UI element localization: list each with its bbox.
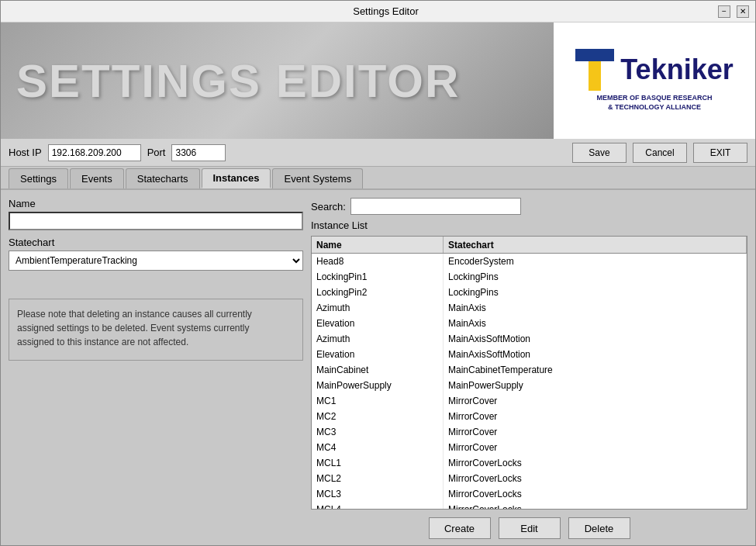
row-statechart: MainCabinetTemperature <box>444 362 747 378</box>
delete-button[interactable]: Delete <box>568 517 630 539</box>
row-name: MC2 <box>312 409 444 424</box>
logo-subtitle: MEMBER OF BASQUE RESEARCH& TECHNOLOGY AL… <box>596 94 712 112</box>
table-row[interactable]: MC4MirrorCover <box>312 440 747 455</box>
tab-events[interactable]: Events <box>70 168 124 188</box>
name-input[interactable] <box>9 212 303 230</box>
edit-button[interactable]: Edit <box>499 517 561 539</box>
row-statechart: EncoderSystem <box>444 254 747 269</box>
table-row[interactable]: MC1MirrorCover <box>312 393 747 409</box>
main-content: Name Statechart AmbientTemperatureTracki… <box>1 190 755 546</box>
tab-statecharts[interactable]: Statecharts <box>126 168 200 188</box>
row-name: Azimuth <box>312 300 444 316</box>
minimize-button[interactable]: − <box>718 5 730 18</box>
cancel-button[interactable]: Cancel <box>633 143 687 163</box>
row-name: LockingPin1 <box>312 269 444 285</box>
table-row[interactable]: AzimuthMainAxis <box>312 300 747 316</box>
header-text-area: SETTINGS EDITOR <box>1 22 554 139</box>
row-statechart: MirrorCover <box>444 409 747 424</box>
row-name: MCL3 <box>312 486 444 502</box>
row-statechart: MainPowerSupply <box>444 378 747 393</box>
row-name: MC1 <box>312 393 444 409</box>
t-horizontal <box>575 49 614 61</box>
window-controls: − ✕ <box>718 5 749 18</box>
tab-settings[interactable]: Settings <box>9 168 68 188</box>
row-name: Elevation <box>312 347 444 362</box>
logo-name: Tekniker <box>620 54 733 86</box>
statechart-group: Statechart AmbientTemperatureTracking En… <box>9 237 303 271</box>
close-button[interactable]: ✕ <box>737 5 749 18</box>
row-statechart: LockingPins <box>444 269 747 285</box>
table-row[interactable]: Head8EncoderSystem <box>312 254 747 269</box>
host-ip-label: Host IP <box>9 147 42 158</box>
tabs-row: Settings Events Statecharts Instances Ev… <box>1 167 755 190</box>
host-ip-input[interactable] <box>48 144 141 161</box>
table-header: Name Statechart <box>312 237 747 254</box>
port-input[interactable] <box>171 144 226 161</box>
name-label: Name <box>9 198 303 209</box>
col-header-name: Name <box>312 237 444 253</box>
title-bar: Settings Editor − ✕ <box>1 1 755 22</box>
table-row[interactable]: MCL2MirrorCoverLocks <box>312 471 747 486</box>
row-name: Azimuth <box>312 331 444 347</box>
info-box: Please note that deleting an instance ca… <box>9 299 303 361</box>
table-row[interactable]: MCL1MirrorCoverLocks <box>312 455 747 471</box>
col-header-statechart: Statechart <box>444 237 747 253</box>
t-vertical <box>589 61 601 91</box>
row-statechart: MainAxis <box>444 300 747 316</box>
row-statechart: MirrorCoverLocks <box>444 455 747 471</box>
search-label: Search: <box>311 201 346 213</box>
table-row[interactable]: MCL4MirrorCoverLocks <box>312 502 747 509</box>
table-body[interactable]: Head8EncoderSystemLockingPin1LockingPins… <box>312 254 747 509</box>
row-statechart: LockingPins <box>444 285 747 300</box>
instance-list-table: Name Statechart Head8EncoderSystemLockin… <box>311 236 747 510</box>
row-name: MCL1 <box>312 455 444 471</box>
row-name: MC4 <box>312 440 444 455</box>
table-row[interactable]: MainCabinetMainCabinetTemperature <box>312 362 747 378</box>
table-row[interactable]: MC2MirrorCover <box>312 409 747 424</box>
table-row[interactable]: AzimuthMainAxisSoftMotion <box>312 331 747 347</box>
table-row[interactable]: ElevationMainAxisSoftMotion <box>312 347 747 362</box>
left-panel: Name Statechart AmbientTemperatureTracki… <box>9 198 303 539</box>
row-name: MC3 <box>312 424 444 440</box>
exit-button[interactable]: EXIT <box>693 143 747 163</box>
statechart-select[interactable]: AmbientTemperatureTracking EncoderSystem… <box>9 251 303 271</box>
search-input[interactable] <box>350 198 521 215</box>
instance-list-label: Instance List <box>311 219 747 231</box>
row-statechart: MirrorCover <box>444 393 747 409</box>
row-name: MCL2 <box>312 471 444 486</box>
table-row[interactable]: MC3MirrorCover <box>312 424 747 440</box>
header-logo-area: Tekniker MEMBER OF BASQUE RESEARCH& TECH… <box>554 22 755 139</box>
logo-container: Tekniker <box>575 49 733 91</box>
table-row[interactable]: ElevationMainAxis <box>312 316 747 331</box>
row-statechart: MirrorCoverLocks <box>444 502 747 509</box>
tab-event-systems[interactable]: Event Systems <box>272 168 363 188</box>
row-statechart: MainAxisSoftMotion <box>444 331 747 347</box>
tab-instances[interactable]: Instances <box>202 168 271 188</box>
port-label: Port <box>147 147 166 158</box>
statechart-label: Statechart <box>9 237 303 248</box>
table-row[interactable]: MCL3MirrorCoverLocks <box>312 486 747 502</box>
header-title: SETTINGS EDITOR <box>16 54 460 108</box>
row-name: Elevation <box>312 316 444 331</box>
table-row[interactable]: MainPowerSupplyMainPowerSupply <box>312 378 747 393</box>
bottom-buttons: Create Edit Delete <box>311 517 747 539</box>
table-row[interactable]: LockingPin2LockingPins <box>312 285 747 300</box>
toolbar-row: Host IP Port Save Cancel EXIT <box>1 139 755 167</box>
row-statechart: MirrorCover <box>444 440 747 455</box>
save-button[interactable]: Save <box>572 143 627 163</box>
search-row: Search: <box>311 198 747 215</box>
table-row[interactable]: LockingPin1LockingPins <box>312 269 747 285</box>
name-group: Name <box>9 198 303 230</box>
right-panel: Search: Instance List Name Statechart He… <box>311 198 747 539</box>
info-text: Please note that deleting an instance ca… <box>17 309 252 347</box>
header-banner: SETTINGS EDITOR Tekniker MEMBER OF BASQU… <box>1 22 755 139</box>
window-title: Settings Editor <box>54 5 718 17</box>
row-statechart: MirrorCover <box>444 424 747 440</box>
logo-t-icon <box>575 49 614 91</box>
create-button[interactable]: Create <box>429 517 491 539</box>
row-name: MainPowerSupply <box>312 378 444 393</box>
row-statechart: MainAxis <box>444 316 747 331</box>
row-name: Head8 <box>312 254 444 269</box>
row-statechart: MainAxisSoftMotion <box>444 347 747 362</box>
row-name: MCL4 <box>312 502 444 509</box>
